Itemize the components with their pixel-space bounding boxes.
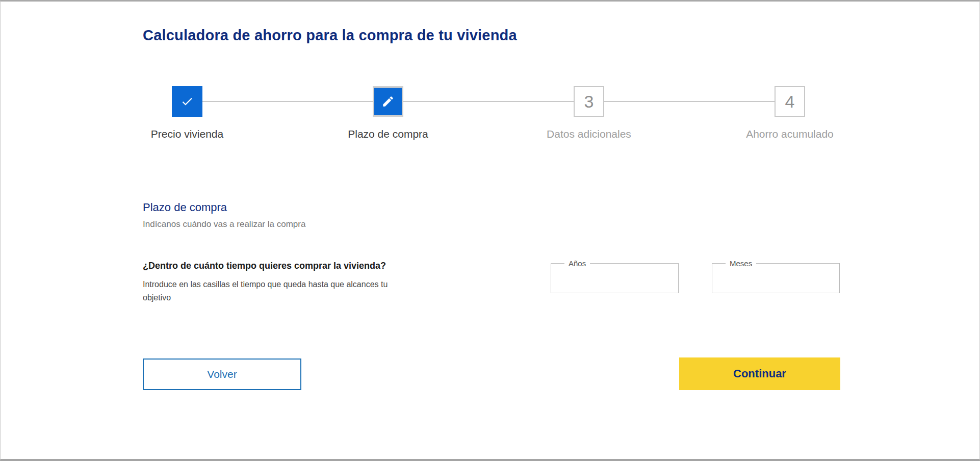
step-4-box: 4 — [775, 86, 805, 117]
stepper-step-precio-vivienda[interactable]: Precio vivienda — [87, 86, 288, 140]
page-title: Calculadora de ahorro para la compra de … — [143, 27, 517, 44]
pencil-icon — [381, 95, 395, 108]
years-field-label: Años — [564, 259, 590, 269]
question-help-text: Introduce en las casillas el tiempo que … — [143, 278, 400, 304]
question-label: ¿Dentro de cuánto tiempo quieres comprar… — [143, 261, 428, 271]
progress-stepper: Precio vivienda Plazo de compra 3 Datos … — [87, 86, 890, 147]
step-1-label: Precio vivienda — [151, 128, 223, 140]
months-field-group: Meses — [712, 263, 840, 293]
months-field-label: Meses — [726, 259, 756, 269]
continue-button[interactable]: Continuar — [679, 357, 840, 390]
savings-calculator-page: Calculadora de ahorro para la compra de … — [0, 0, 980, 461]
stepper-step-ahorro-acumulado: 4 Ahorro acumulado — [689, 86, 890, 140]
step-3-box: 3 — [574, 86, 604, 117]
section-subtitle: Indícanos cuándo vas a realizar la compr… — [143, 219, 305, 229]
step-3-label: Datos adicionales — [547, 128, 631, 140]
step-2-current-box[interactable] — [373, 86, 403, 117]
step-3-number: 3 — [584, 93, 594, 110]
stepper-step-plazo-de-compra[interactable]: Plazo de compra — [288, 86, 488, 140]
step-1-completed-box[interactable] — [172, 86, 202, 117]
check-icon — [180, 95, 194, 108]
step-4-number: 4 — [785, 93, 795, 110]
stepper-step-datos-adicionales: 3 Datos adicionales — [488, 86, 689, 140]
back-button[interactable]: Volver — [143, 358, 301, 390]
years-field-group: Años — [551, 263, 679, 293]
section-title: Plazo de compra — [143, 201, 227, 214]
step-4-label: Ahorro acumulado — [746, 128, 834, 140]
step-2-label: Plazo de compra — [348, 128, 428, 140]
